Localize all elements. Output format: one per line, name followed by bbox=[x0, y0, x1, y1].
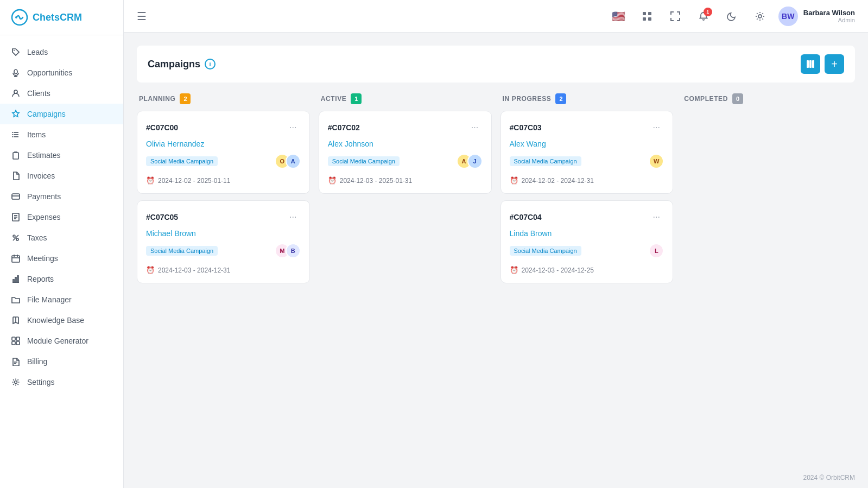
sidebar-item-expenses[interactable]: Expenses bbox=[0, 207, 123, 227]
card-menu-button[interactable]: ··· bbox=[286, 120, 301, 135]
svg-rect-45 bbox=[809, 60, 812, 68]
sidebar-item-label: Payments bbox=[27, 192, 61, 201]
campaign-card[interactable]: #C07C02 ··· Alex Johnson Social Media Ca… bbox=[319, 111, 492, 194]
card-person-name[interactable]: Alex Johnson bbox=[328, 140, 483, 148]
clock-icon: ⏰ bbox=[328, 176, 337, 185]
svg-point-21 bbox=[16, 238, 18, 240]
card-menu-button[interactable]: ··· bbox=[649, 120, 664, 135]
sidebar-item-knowledge-base[interactable]: Knowledge Base bbox=[0, 310, 123, 331]
menu-toggle[interactable]: ☰ bbox=[137, 10, 147, 23]
campaign-card[interactable]: #C07C03 ··· Alex Wang Social Media Campa… bbox=[500, 111, 674, 194]
card-menu-button[interactable]: ··· bbox=[649, 210, 664, 225]
svg-rect-13 bbox=[13, 153, 18, 159]
sidebar-item-billing[interactable]: Billing bbox=[0, 351, 123, 372]
sidebar-item-label: Items bbox=[27, 130, 46, 139]
svg-point-11 bbox=[12, 134, 13, 135]
sidebar-item-label: File Manager bbox=[27, 295, 72, 304]
svg-point-43 bbox=[758, 15, 762, 18]
settings-button[interactable] bbox=[750, 7, 770, 26]
svg-rect-29 bbox=[15, 277, 16, 282]
kanban-board: PLANNING 2 #C07C00 ··· Olivia Hernandez … bbox=[137, 93, 855, 290]
clock-icon: ⏰ bbox=[146, 176, 155, 185]
language-selector[interactable]: 🇺🇸 bbox=[609, 7, 629, 26]
doc-icon bbox=[11, 357, 21, 366]
list-icon bbox=[11, 130, 21, 140]
column-header: COMPLETED 0 bbox=[682, 93, 855, 104]
card-footer: ⏰ 2024-12-02 - 2025-01-11 bbox=[146, 176, 301, 185]
gear-icon bbox=[755, 11, 765, 21]
chart-icon bbox=[11, 274, 21, 284]
column-badge: 0 bbox=[732, 93, 743, 104]
sidebar-item-meetings[interactable]: Meetings bbox=[0, 248, 123, 269]
campaign-card[interactable]: #C07C04 ··· Linda Brown Social Media Cam… bbox=[500, 200, 674, 283]
info-icon[interactable]: i bbox=[205, 59, 216, 69]
card-menu-button[interactable]: ··· bbox=[467, 120, 483, 135]
sidebar-item-opportunities[interactable]: Opportunities bbox=[0, 62, 123, 83]
dark-mode-toggle[interactable] bbox=[722, 7, 742, 26]
calendar-icon bbox=[11, 253, 21, 263]
clock-icon: ⏰ bbox=[510, 176, 518, 185]
sidebar-item-reports[interactable]: Reports bbox=[0, 269, 123, 289]
svg-rect-40 bbox=[648, 12, 651, 15]
card-avatars: W bbox=[649, 154, 664, 169]
sidebar-item-module-generator[interactable]: Module Generator bbox=[0, 331, 123, 351]
sidebar-item-clients[interactable]: Clients bbox=[0, 83, 123, 104]
sidebar-item-payments[interactable]: Payments bbox=[0, 186, 123, 207]
card-header: #C07C04 ··· bbox=[510, 210, 664, 225]
user-profile[interactable]: BW Barbara Wilson Admin bbox=[778, 7, 855, 26]
fullscreen-button[interactable] bbox=[666, 7, 685, 26]
gear-icon bbox=[11, 377, 21, 387]
sidebar-item-file-manager[interactable]: File Manager bbox=[0, 289, 123, 310]
star-icon bbox=[11, 109, 21, 119]
logo-text: ChetsCRM bbox=[33, 12, 82, 23]
card-menu-button[interactable]: ··· bbox=[286, 210, 301, 225]
svg-rect-39 bbox=[643, 12, 646, 15]
grid-icon bbox=[11, 336, 21, 346]
card-header: #C07C00 ··· bbox=[146, 120, 301, 135]
column-title: IN PROGRESS bbox=[503, 95, 552, 103]
view-toggle-button[interactable] bbox=[801, 54, 820, 74]
card-date: 2024-12-03 - 2025-01-31 bbox=[340, 177, 412, 185]
sidebar-item-taxes[interactable]: Taxes bbox=[0, 227, 123, 248]
card-person-name[interactable]: Alex Wang bbox=[510, 140, 664, 148]
card-middle: Social Media Campaign W bbox=[510, 154, 664, 169]
svg-point-20 bbox=[13, 235, 15, 237]
add-campaign-button[interactable]: + bbox=[825, 54, 844, 74]
sidebar-item-estimates[interactable]: Estimates bbox=[0, 145, 123, 166]
kanban-column-completed: COMPLETED 0 bbox=[682, 93, 855, 111]
svg-rect-23 bbox=[12, 256, 20, 262]
card-date: 2024-12-03 - 2024-12-31 bbox=[158, 267, 230, 274]
receipt-icon bbox=[11, 212, 21, 222]
svg-line-22 bbox=[13, 235, 18, 240]
campaign-card[interactable]: #C07C05 ··· Michael Brown Social Media C… bbox=[137, 200, 310, 283]
sidebar-item-invoices[interactable]: Invoices bbox=[0, 166, 123, 186]
card-icon bbox=[11, 192, 21, 201]
card-header: #C07C03 ··· bbox=[510, 120, 664, 135]
fullscreen-icon bbox=[670, 11, 680, 21]
clock-icon: ⏰ bbox=[510, 266, 518, 274]
svg-rect-46 bbox=[812, 60, 814, 68]
footer: 2024 © OrbitCRM bbox=[124, 467, 868, 488]
sidebar-item-settings[interactable]: Settings bbox=[0, 372, 123, 392]
sidebar-item-label: Reports bbox=[27, 275, 54, 283]
svg-rect-42 bbox=[648, 17, 651, 21]
sidebar-item-label: Leads bbox=[27, 48, 48, 56]
page-title-wrap: Campaigns i bbox=[148, 59, 216, 70]
logo[interactable]: ChetsCRM bbox=[0, 0, 123, 35]
grid-view-button[interactable] bbox=[637, 7, 657, 26]
sidebar-item-campaigns[interactable]: Campaigns bbox=[0, 104, 123, 124]
clipboard-icon bbox=[11, 150, 21, 160]
sidebar-item-leads[interactable]: Leads bbox=[0, 42, 123, 62]
campaign-card[interactable]: #C07C00 ··· Olivia Hernandez Social Medi… bbox=[137, 111, 310, 194]
card-person-name[interactable]: Michael Brown bbox=[146, 229, 301, 238]
card-person-name[interactable]: Linda Brown bbox=[510, 229, 664, 238]
header-left: ☰ bbox=[137, 10, 147, 23]
card-person-name[interactable]: Olivia Hernandez bbox=[146, 140, 301, 148]
sidebar-item-label: Campaigns bbox=[27, 110, 66, 118]
sidebar-item-items[interactable]: Items bbox=[0, 124, 123, 145]
svg-point-2 bbox=[14, 50, 15, 51]
card-avatars: AJ bbox=[457, 154, 483, 169]
notifications-button[interactable]: 1 bbox=[694, 7, 713, 26]
card-avatar: B bbox=[286, 243, 301, 258]
card-id: #C07C02 bbox=[328, 123, 360, 132]
